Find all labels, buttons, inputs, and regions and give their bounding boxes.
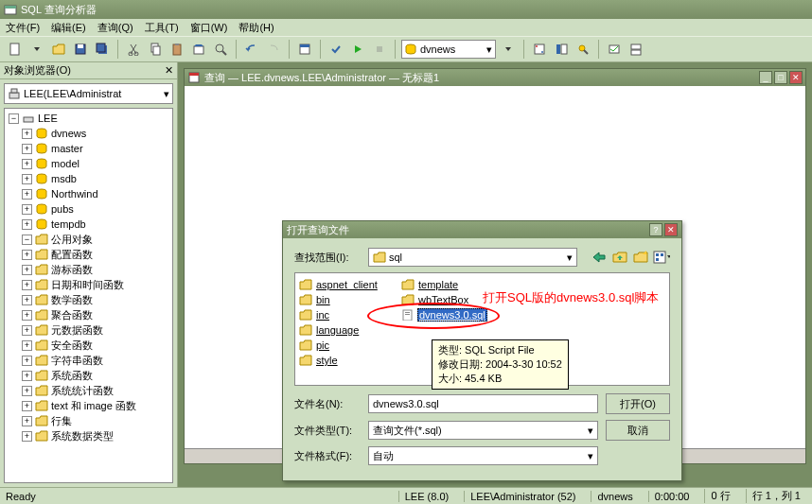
database-selector[interactable]: dvnews ▾ — [401, 40, 496, 59]
folder-item[interactable]: bin — [299, 292, 394, 307]
tree-db-node[interactable]: +master — [7, 141, 170, 156]
stop-button[interactable] — [370, 40, 389, 59]
tree-db-node[interactable]: +tempdb — [7, 217, 170, 232]
folder-item[interactable]: template — [401, 277, 496, 292]
svg-rect-12 — [175, 43, 179, 45]
tree-func-folder[interactable]: +安全函数 — [7, 338, 170, 353]
tree-func-folder[interactable]: +数学函数 — [7, 292, 170, 307]
options-button[interactable] — [605, 40, 624, 59]
tree-db-node[interactable]: +pubs — [7, 201, 170, 217]
svg-point-22 — [541, 51, 543, 53]
folder-item[interactable]: aspnet_client — [299, 277, 394, 292]
maximize-button[interactable]: □ — [774, 71, 787, 84]
svg-rect-23 — [556, 44, 560, 54]
filename-input[interactable]: dvnews3.0.sql — [368, 394, 598, 413]
svg-rect-6 — [97, 43, 105, 52]
redo-button[interactable] — [264, 40, 283, 59]
tree-func-folder[interactable]: +行集 — [7, 413, 170, 428]
folder-item[interactable]: style — [299, 353, 394, 368]
menu-window[interactable]: 窗口(W) — [190, 21, 228, 35]
svg-rect-13 — [194, 46, 203, 54]
tree-db-node[interactable]: +Northwind — [7, 186, 170, 201]
menu-query[interactable]: 查询(Q) — [97, 21, 133, 35]
menu-help[interactable]: 帮助(H) — [238, 21, 274, 35]
tree-db-node[interactable]: +msdb — [7, 171, 170, 186]
dropdown-arrow-icon[interactable] — [499, 40, 518, 59]
tree-db-node[interactable]: +dvnews — [7, 126, 170, 141]
view-menu-icon[interactable] — [653, 249, 670, 266]
svg-rect-44 — [661, 253, 663, 256]
object-tree[interactable]: − LEE +dvnews+master+model+msdb+Northwin… — [4, 108, 173, 483]
svg-rect-43 — [656, 253, 659, 256]
tree-func-folder[interactable]: +聚合函数 — [7, 307, 170, 322]
clear-button[interactable] — [189, 40, 208, 59]
up-folder-icon[interactable] — [611, 249, 628, 266]
menu-file[interactable]: 文件(F) — [6, 21, 40, 35]
status-ready: Ready — [6, 491, 36, 502]
query-window-titlebar: 查询 — LEE.dvnews.LEE\Administrator — 无标题1… — [185, 69, 805, 86]
back-icon[interactable] — [591, 249, 608, 266]
open-button[interactable] — [49, 40, 68, 59]
object-search-button[interactable] — [574, 40, 592, 59]
svg-rect-46 — [403, 310, 412, 321]
tree-common-folder[interactable]: − 公用对象 — [7, 232, 170, 247]
estimate-plan-button[interactable] — [530, 40, 549, 59]
save-button[interactable] — [71, 40, 90, 59]
status-position: 行 1，列 1 — [746, 489, 806, 503]
menu-edit[interactable]: 编辑(E) — [51, 21, 86, 35]
svg-point-21 — [536, 45, 538, 47]
execute-mode-button[interactable] — [295, 40, 314, 59]
find-button[interactable] — [211, 40, 230, 59]
execute-button[interactable] — [348, 40, 367, 59]
svg-rect-11 — [173, 44, 181, 55]
folder-item[interactable]: language — [299, 322, 394, 338]
svg-rect-30 — [9, 93, 19, 98]
parse-button[interactable] — [327, 40, 345, 59]
close-button[interactable]: ✕ — [789, 71, 803, 84]
tree-func-folder[interactable]: +系统数据类型 — [7, 428, 170, 443]
save-all-button[interactable] — [93, 40, 112, 59]
filetype-selector[interactable]: 查询文件(*.sql)▾ — [368, 421, 598, 440]
open-button[interactable]: 打开(O) — [606, 393, 670, 414]
menubar: 文件(F) 编辑(E) 查询(Q) 工具(T) 窗口(W) 帮助(H) — [0, 19, 812, 36]
folder-item[interactable]: wbTextBox — [401, 292, 496, 307]
svg-rect-28 — [631, 44, 641, 49]
dialog-close-button[interactable]: ✕ — [664, 223, 678, 236]
undo-button[interactable] — [242, 40, 261, 59]
help-button[interactable]: ? — [649, 223, 662, 236]
svg-rect-31 — [11, 89, 17, 93]
menu-tools[interactable]: 工具(T) — [145, 21, 179, 35]
fileformat-selector[interactable]: 自动▾ — [368, 446, 598, 465]
new-folder-icon[interactable] — [632, 249, 649, 266]
close-panel-icon[interactable]: ✕ — [165, 64, 173, 77]
tree-func-folder[interactable]: +配置函数 — [7, 247, 170, 262]
tree-func-folder[interactable]: +元数据函数 — [7, 322, 170, 338]
tree-func-folder[interactable]: +系统统计函数 — [7, 383, 170, 398]
filename-label: 文件名(N): — [294, 397, 361, 411]
tree-func-folder[interactable]: +text 和 image 函数 — [7, 398, 170, 413]
object-browser-title: 对象浏览器(O) — [4, 63, 71, 78]
tree-func-folder[interactable]: +系统函数 — [7, 368, 170, 383]
paste-button[interactable] — [168, 40, 186, 59]
cancel-button[interactable]: 取消 — [606, 420, 670, 441]
file-item[interactable]: dvnews3.0.sql — [401, 307, 496, 322]
server-selector[interactable]: LEE(LEE\Administrat ▾ — [4, 83, 173, 104]
folder-item[interactable]: inc — [299, 307, 394, 322]
cut-button[interactable] — [124, 40, 143, 59]
copy-button[interactable] — [146, 40, 165, 59]
status-db: dvnews — [591, 491, 638, 502]
show-results-button[interactable] — [627, 40, 645, 59]
tree-func-folder[interactable]: +日期和时间函数 — [7, 277, 170, 292]
new-button[interactable] — [6, 40, 25, 59]
svg-rect-47 — [405, 312, 410, 313]
minimize-button[interactable]: _ — [759, 71, 772, 84]
look-in-label: 查找范围(I): — [294, 251, 361, 265]
tree-func-folder[interactable]: +游标函数 — [7, 262, 170, 277]
folder-item[interactable]: pic — [299, 338, 394, 353]
look-in-selector[interactable]: sql ▾ — [368, 248, 577, 267]
tree-server-node[interactable]: − LEE — [7, 111, 170, 126]
dropdown-arrow-icon[interactable] — [27, 40, 46, 59]
tree-func-folder[interactable]: +字符串函数 — [7, 353, 170, 368]
object-browser-button[interactable] — [552, 40, 571, 59]
tree-db-node[interactable]: +model — [7, 156, 170, 171]
